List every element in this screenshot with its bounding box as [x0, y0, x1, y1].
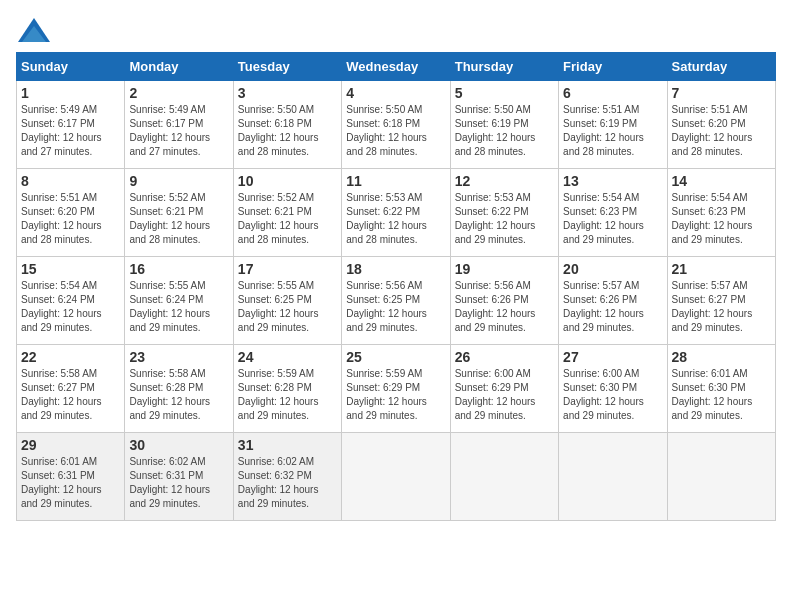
header-friday: Friday — [559, 53, 667, 81]
day-number: 21 — [672, 261, 771, 277]
header-thursday: Thursday — [450, 53, 558, 81]
day-info: Sunrise: 5:49 AMSunset: 6:17 PMDaylight:… — [21, 104, 102, 157]
day-number: 26 — [455, 349, 554, 365]
day-cell: 6 Sunrise: 5:51 AMSunset: 6:19 PMDayligh… — [559, 81, 667, 169]
day-cell: 24 Sunrise: 5:59 AMSunset: 6:28 PMDaylig… — [233, 345, 341, 433]
day-cell: 11 Sunrise: 5:53 AMSunset: 6:22 PMDaylig… — [342, 169, 450, 257]
logo — [16, 16, 56, 44]
day-info: Sunrise: 6:00 AMSunset: 6:30 PMDaylight:… — [563, 368, 644, 421]
day-info: Sunrise: 5:56 AMSunset: 6:25 PMDaylight:… — [346, 280, 427, 333]
day-cell: 14 Sunrise: 5:54 AMSunset: 6:23 PMDaylig… — [667, 169, 775, 257]
day-number: 20 — [563, 261, 662, 277]
week-row-4: 22 Sunrise: 5:58 AMSunset: 6:27 PMDaylig… — [17, 345, 776, 433]
header-tuesday: Tuesday — [233, 53, 341, 81]
day-number: 16 — [129, 261, 228, 277]
day-cell: 7 Sunrise: 5:51 AMSunset: 6:20 PMDayligh… — [667, 81, 775, 169]
day-info: Sunrise: 5:55 AMSunset: 6:25 PMDaylight:… — [238, 280, 319, 333]
day-cell: 31 Sunrise: 6:02 AMSunset: 6:32 PMDaylig… — [233, 433, 341, 521]
day-info: Sunrise: 5:51 AMSunset: 6:20 PMDaylight:… — [672, 104, 753, 157]
day-number: 14 — [672, 173, 771, 189]
day-cell: 26 Sunrise: 6:00 AMSunset: 6:29 PMDaylig… — [450, 345, 558, 433]
header-saturday: Saturday — [667, 53, 775, 81]
day-info: Sunrise: 5:49 AMSunset: 6:17 PMDaylight:… — [129, 104, 210, 157]
day-number: 19 — [455, 261, 554, 277]
day-cell: 15 Sunrise: 5:54 AMSunset: 6:24 PMDaylig… — [17, 257, 125, 345]
day-cell: 25 Sunrise: 5:59 AMSunset: 6:29 PMDaylig… — [342, 345, 450, 433]
day-number: 24 — [238, 349, 337, 365]
day-number: 22 — [21, 349, 120, 365]
day-number: 12 — [455, 173, 554, 189]
week-row-5: 29 Sunrise: 6:01 AMSunset: 6:31 PMDaylig… — [17, 433, 776, 521]
header-wednesday: Wednesday — [342, 53, 450, 81]
day-cell: 29 Sunrise: 6:01 AMSunset: 6:31 PMDaylig… — [17, 433, 125, 521]
day-cell: 12 Sunrise: 5:53 AMSunset: 6:22 PMDaylig… — [450, 169, 558, 257]
day-info: Sunrise: 5:53 AMSunset: 6:22 PMDaylight:… — [455, 192, 536, 245]
week-row-3: 15 Sunrise: 5:54 AMSunset: 6:24 PMDaylig… — [17, 257, 776, 345]
day-number: 7 — [672, 85, 771, 101]
week-row-1: 1 Sunrise: 5:49 AMSunset: 6:17 PMDayligh… — [17, 81, 776, 169]
day-info: Sunrise: 5:50 AMSunset: 6:18 PMDaylight:… — [346, 104, 427, 157]
day-cell: 5 Sunrise: 5:50 AMSunset: 6:19 PMDayligh… — [450, 81, 558, 169]
day-info: Sunrise: 5:59 AMSunset: 6:28 PMDaylight:… — [238, 368, 319, 421]
day-number: 27 — [563, 349, 662, 365]
day-info: Sunrise: 5:54 AMSunset: 6:23 PMDaylight:… — [563, 192, 644, 245]
day-cell — [342, 433, 450, 521]
day-cell: 18 Sunrise: 5:56 AMSunset: 6:25 PMDaylig… — [342, 257, 450, 345]
day-number: 3 — [238, 85, 337, 101]
day-info: Sunrise: 5:53 AMSunset: 6:22 PMDaylight:… — [346, 192, 427, 245]
day-info: Sunrise: 5:54 AMSunset: 6:24 PMDaylight:… — [21, 280, 102, 333]
day-cell: 8 Sunrise: 5:51 AMSunset: 6:20 PMDayligh… — [17, 169, 125, 257]
day-info: Sunrise: 5:58 AMSunset: 6:27 PMDaylight:… — [21, 368, 102, 421]
day-info: Sunrise: 5:56 AMSunset: 6:26 PMDaylight:… — [455, 280, 536, 333]
day-cell — [450, 433, 558, 521]
day-number: 25 — [346, 349, 445, 365]
day-info: Sunrise: 5:55 AMSunset: 6:24 PMDaylight:… — [129, 280, 210, 333]
day-number: 30 — [129, 437, 228, 453]
header-row: SundayMondayTuesdayWednesdayThursdayFrid… — [17, 53, 776, 81]
day-number: 9 — [129, 173, 228, 189]
day-info: Sunrise: 5:51 AMSunset: 6:20 PMDaylight:… — [21, 192, 102, 245]
day-number: 31 — [238, 437, 337, 453]
day-number: 10 — [238, 173, 337, 189]
day-number: 13 — [563, 173, 662, 189]
day-number: 2 — [129, 85, 228, 101]
day-info: Sunrise: 5:54 AMSunset: 6:23 PMDaylight:… — [672, 192, 753, 245]
day-cell — [559, 433, 667, 521]
day-number: 29 — [21, 437, 120, 453]
day-number: 23 — [129, 349, 228, 365]
day-number: 17 — [238, 261, 337, 277]
day-info: Sunrise: 5:57 AMSunset: 6:26 PMDaylight:… — [563, 280, 644, 333]
week-row-2: 8 Sunrise: 5:51 AMSunset: 6:20 PMDayligh… — [17, 169, 776, 257]
day-info: Sunrise: 6:01 AMSunset: 6:30 PMDaylight:… — [672, 368, 753, 421]
day-number: 6 — [563, 85, 662, 101]
day-info: Sunrise: 6:01 AMSunset: 6:31 PMDaylight:… — [21, 456, 102, 509]
header-monday: Monday — [125, 53, 233, 81]
day-cell: 13 Sunrise: 5:54 AMSunset: 6:23 PMDaylig… — [559, 169, 667, 257]
day-number: 11 — [346, 173, 445, 189]
page-header — [16, 16, 776, 44]
day-cell: 28 Sunrise: 6:01 AMSunset: 6:30 PMDaylig… — [667, 345, 775, 433]
day-info: Sunrise: 5:51 AMSunset: 6:19 PMDaylight:… — [563, 104, 644, 157]
day-info: Sunrise: 5:52 AMSunset: 6:21 PMDaylight:… — [238, 192, 319, 245]
day-cell: 17 Sunrise: 5:55 AMSunset: 6:25 PMDaylig… — [233, 257, 341, 345]
day-number: 15 — [21, 261, 120, 277]
calendar-table: SundayMondayTuesdayWednesdayThursdayFrid… — [16, 52, 776, 521]
day-number: 1 — [21, 85, 120, 101]
day-info: Sunrise: 5:52 AMSunset: 6:21 PMDaylight:… — [129, 192, 210, 245]
day-number: 4 — [346, 85, 445, 101]
day-cell: 4 Sunrise: 5:50 AMSunset: 6:18 PMDayligh… — [342, 81, 450, 169]
day-number: 8 — [21, 173, 120, 189]
day-cell: 22 Sunrise: 5:58 AMSunset: 6:27 PMDaylig… — [17, 345, 125, 433]
day-cell: 30 Sunrise: 6:02 AMSunset: 6:31 PMDaylig… — [125, 433, 233, 521]
day-cell: 23 Sunrise: 5:58 AMSunset: 6:28 PMDaylig… — [125, 345, 233, 433]
day-number: 18 — [346, 261, 445, 277]
day-info: Sunrise: 5:57 AMSunset: 6:27 PMDaylight:… — [672, 280, 753, 333]
day-info: Sunrise: 6:02 AMSunset: 6:32 PMDaylight:… — [238, 456, 319, 509]
day-cell — [667, 433, 775, 521]
day-info: Sunrise: 5:50 AMSunset: 6:18 PMDaylight:… — [238, 104, 319, 157]
day-info: Sunrise: 5:50 AMSunset: 6:19 PMDaylight:… — [455, 104, 536, 157]
day-cell: 16 Sunrise: 5:55 AMSunset: 6:24 PMDaylig… — [125, 257, 233, 345]
day-cell: 21 Sunrise: 5:57 AMSunset: 6:27 PMDaylig… — [667, 257, 775, 345]
day-cell: 2 Sunrise: 5:49 AMSunset: 6:17 PMDayligh… — [125, 81, 233, 169]
day-info: Sunrise: 5:58 AMSunset: 6:28 PMDaylight:… — [129, 368, 210, 421]
